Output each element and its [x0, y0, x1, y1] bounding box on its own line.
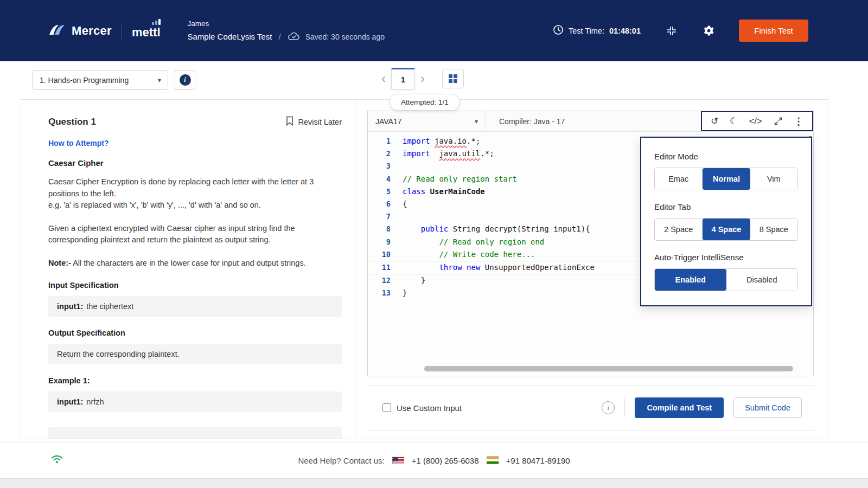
intellisense-options: Enabled Disabled [654, 268, 798, 291]
clock-icon [553, 24, 564, 37]
intellisense-disabled[interactable]: Disabled [726, 269, 798, 291]
question-note: Note:- All the characters are in the low… [48, 258, 342, 269]
line-number: 6 [368, 198, 403, 210]
finish-test-button[interactable]: Finish Test [739, 20, 808, 42]
network-status-icon [50, 453, 64, 466]
question-title: Question 1 [48, 117, 96, 127]
intellisense-enabled[interactable]: Enabled [655, 269, 726, 291]
editor-tab-4space[interactable]: 4 Space [703, 219, 750, 240]
section-toolbar: 1. Hands-on Programming ▾ i ‹ 1 › Attemp… [0, 61, 868, 99]
compile-info-icon[interactable]: i [602, 401, 615, 414]
footer: Need Help? Contact us: +1 (800) 265-6038… [0, 442, 868, 478]
editor-tab-8space[interactable]: 8 Space [750, 219, 797, 240]
language-value: JAVA17 [375, 117, 402, 126]
output-spec-box: Return the corresponding plaintext. [48, 344, 342, 364]
test-name: Sample CodeLysis Test [188, 32, 272, 41]
india-flag-icon [487, 457, 499, 464]
editor-mode-normal[interactable]: Normal [703, 168, 750, 190]
mercer-logo-icon [48, 23, 66, 39]
input-spec-box: input1: the ciphertext [48, 296, 342, 317]
mettl-logo: mettl [132, 22, 161, 40]
question-panel: Question 1 Revisit Later How to Attempt?… [21, 100, 356, 439]
us-flag-icon [392, 457, 404, 464]
line-number: 7 [368, 210, 403, 223]
attempted-badge: Attempted: 1/1 [390, 94, 460, 111]
us-phone-number[interactable]: +1 (800) 265-6038 [412, 456, 479, 465]
code-format-icon[interactable]: </> [749, 117, 762, 126]
line-number: 12 [368, 274, 403, 287]
section-info-button[interactable]: i [175, 70, 195, 90]
line-number: 13 [368, 287, 403, 299]
question-paragraph-2: Given a ciphertext encrypted with Caesar… [48, 223, 342, 246]
revisit-later-button[interactable]: Revisit Later [286, 116, 342, 127]
fullscreen-expand-icon[interactable] [774, 117, 783, 126]
line-number: 11 [368, 261, 403, 274]
editor-toolbar-icons: ↺ ☾ </> ⋮ [701, 111, 813, 131]
brand-divider [122, 23, 122, 39]
chevron-down-icon: ▾ [158, 76, 161, 84]
info-icon: i [180, 74, 191, 86]
editor-toolbar: JAVA17 ▾ Compiler: Java - 17 ↺ ☾ </> ⋮ [368, 111, 813, 132]
saved-status: Saved: 30 seconds ago [288, 31, 385, 42]
section-dropdown[interactable]: 1. Hands-on Programming ▾ [33, 70, 168, 90]
custom-input-checkbox[interactable] [382, 403, 391, 412]
editor-mode-vim[interactable]: Vim [750, 168, 797, 190]
test-timer: Test Time: 01:48:01 [553, 24, 641, 37]
example-label: Example 1: [48, 376, 342, 385]
example-input-box: input1: nrfzh [48, 391, 342, 412]
question-paragraph-1: Caesar Cipher Encryption is done by repl… [48, 176, 342, 211]
line-number: 10 [368, 248, 403, 261]
chevron-down-icon: ▾ [475, 118, 478, 125]
pager-prev-icon[interactable]: ‹ [376, 68, 391, 89]
editor-tab-options: 2 Space 4 Space 8 Space [654, 218, 798, 241]
editor-tab-2space[interactable]: 2 Space [655, 219, 703, 240]
compiler-label: Compiler: Java - 17 [486, 111, 565, 131]
help-text: Need Help? Contact us: [298, 456, 384, 465]
use-custom-input-checkbox[interactable]: Use Custom Input [382, 403, 462, 413]
question-pager: ‹ 1 › [376, 68, 464, 89]
test-info: James Sample CodeLysis Test / Saved: 30 … [188, 20, 385, 42]
mercer-logo-text: Mercer [72, 24, 112, 38]
editor-settings-popup: Editor Mode Emac Normal Vim Editor Tab 2… [640, 137, 812, 306]
editor-action-bar: Use Custom Input i Compile and Test Subm… [367, 385, 814, 431]
line-number: 8 [368, 223, 403, 235]
brand-logos: Mercer mettl [0, 22, 161, 40]
grid-icon [449, 74, 457, 83]
submit-code-button[interactable]: Submit Code [733, 397, 802, 418]
history-icon[interactable]: ↺ [711, 117, 718, 126]
use-custom-input-label: Use Custom Input [397, 403, 462, 413]
app-header: Mercer mettl James Sample CodeLysis Test… [0, 0, 868, 61]
gear-icon[interactable] [703, 24, 715, 37]
bookmark-icon [286, 116, 293, 127]
section-dropdown-value: 1. Hands-on Programming [40, 76, 129, 85]
test-time-label: Test Time: [569, 27, 604, 35]
dark-mode-moon-icon[interactable]: ☾ [730, 117, 738, 126]
action-divider [624, 399, 625, 417]
line-number: 3 [368, 160, 403, 172]
horizontal-scrollbar [368, 364, 813, 376]
user-name: James [188, 20, 385, 28]
line-number: 2 [368, 147, 403, 160]
how-to-attempt-link[interactable]: How to Attempt? [48, 139, 108, 147]
breadcrumb-separator: / [278, 32, 280, 41]
line-number: 4 [368, 173, 403, 185]
compile-and-test-button[interactable]: Compile and Test [635, 397, 724, 418]
mettl-logo-bars-icon [152, 19, 161, 25]
page-1-button[interactable]: 1 [391, 68, 415, 89]
compress-icon[interactable] [666, 25, 678, 37]
editor-mode-label: Editor Mode [654, 152, 798, 161]
output-spec-label: Output Specification [48, 329, 342, 337]
editor-mode-emac[interactable]: Emac [655, 168, 703, 190]
language-dropdown[interactable]: JAVA17 ▾ [368, 111, 486, 131]
example-output-box-partial [48, 427, 342, 439]
pager-next-icon[interactable]: › [415, 68, 430, 89]
input-spec-label: Input Specification [48, 281, 342, 290]
kebab-menu-icon[interactable]: ⋮ [794, 117, 803, 126]
horizontal-scrollbar-thumb[interactable] [424, 366, 793, 371]
revisit-later-label: Revisit Later [298, 118, 342, 126]
question-grid-button[interactable] [442, 69, 464, 88]
cloud-check-icon [288, 31, 301, 42]
india-phone-number[interactable]: +91 80471-89190 [506, 456, 570, 465]
line-number: 5 [368, 185, 403, 198]
mettl-logo-text: mettl [132, 25, 161, 39]
